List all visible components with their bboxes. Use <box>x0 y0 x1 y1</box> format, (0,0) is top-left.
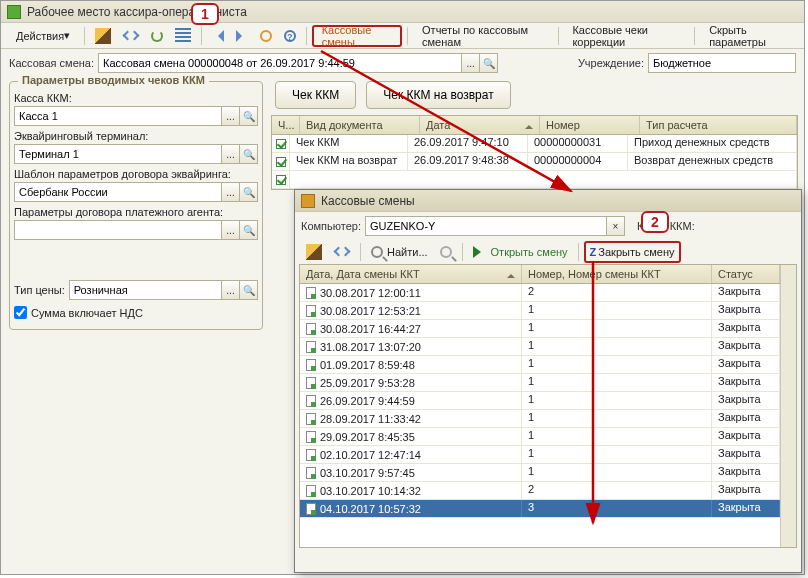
table-row[interactable]: 25.09.2017 9:53:281Закрыта <box>300 374 780 392</box>
price-input[interactable] <box>69 280 222 300</box>
round-button[interactable] <box>255 26 277 46</box>
document-icon <box>306 485 316 497</box>
computer-clear[interactable]: × <box>607 216 625 236</box>
refund-button[interactable]: Чек ККМ на возврат <box>366 81 510 109</box>
table-row[interactable]: 03.10.2017 9:57:451Закрыта <box>300 464 780 482</box>
shift-status: Закрыта <box>712 356 780 373</box>
terminal-label: Эквайринговый терминал: <box>14 130 258 142</box>
next-button[interactable] <box>231 26 253 46</box>
pencil-icon <box>95 28 111 44</box>
shift-date: 25.09.2017 9:53:28 <box>300 374 522 391</box>
kassa-input[interactable] <box>14 106 222 126</box>
document-icon <box>306 431 316 443</box>
shift-date: 03.10.2017 9:57:45 <box>300 464 522 481</box>
refresh-button[interactable] <box>146 26 168 46</box>
shift-num: 1 <box>522 320 712 337</box>
shift-num: 1 <box>522 302 712 319</box>
tab-shifts[interactable]: Кассовые смены <box>312 25 403 47</box>
popup-titlebar: Кассовые смены <box>295 190 801 212</box>
kassa-search[interactable]: 🔍 <box>240 106 258 126</box>
doc-type: Приход денежных средств <box>628 135 797 152</box>
table-row[interactable]: 03.10.2017 10:14:322Закрыта <box>300 482 780 500</box>
terminal-search[interactable]: 🔍 <box>240 144 258 164</box>
shift-date: 30.08.2017 16:44:27 <box>300 320 522 337</box>
computer-input[interactable] <box>365 216 607 236</box>
shift-num: 1 <box>522 410 712 427</box>
terminal-input[interactable] <box>14 144 222 164</box>
template-search[interactable]: 🔍 <box>240 182 258 202</box>
shift-date: 29.09.2017 8:45:35 <box>300 428 522 445</box>
shift-status: Закрыта <box>712 464 780 481</box>
tab-hide-params[interactable]: Скрыть параметры <box>700 26 798 46</box>
popup-clear-search[interactable] <box>435 242 457 262</box>
popup-find[interactable]: Найти... <box>366 242 433 262</box>
document-icon <box>306 359 316 371</box>
shift-status: Закрыта <box>712 338 780 355</box>
template-picker[interactable]: ... <box>222 182 240 202</box>
scrollbar[interactable] <box>780 265 796 547</box>
doc-date: 26.09.2017 9:47:10 <box>408 135 528 152</box>
prev-button[interactable] <box>207 26 229 46</box>
check-button[interactable]: Чек ККМ <box>275 81 356 109</box>
edit-button[interactable] <box>90 26 116 46</box>
main-toolbar: Действия ▾ ? Кассовые смены Отчеты по ка… <box>1 23 804 49</box>
table-row[interactable]: 26.09.2017 9:44:591Закрыта <box>300 392 780 410</box>
help-button[interactable]: ? <box>279 26 301 46</box>
popup-nav[interactable] <box>329 242 355 262</box>
actions-menu[interactable]: Действия ▾ <box>7 26 79 46</box>
col-kind[interactable]: Вид документа <box>300 116 420 134</box>
right-arrow-icon <box>236 30 248 42</box>
institution-input[interactable] <box>648 53 796 73</box>
table-row[interactable]: 02.10.2017 12:47:141Закрыта <box>300 446 780 464</box>
shift-num: 2 <box>522 284 712 301</box>
popup-edit[interactable] <box>301 242 327 262</box>
popup-icon <box>301 194 315 208</box>
left-arrow-icon <box>212 30 224 42</box>
doc-num: 00000000031 <box>528 135 628 152</box>
shift-search[interactable]: 🔍 <box>480 53 498 73</box>
open-shift-button[interactable]: Открыть смену <box>468 242 573 262</box>
price-search[interactable]: 🔍 <box>240 280 258 300</box>
nav-button[interactable] <box>118 26 144 46</box>
shift-status: Закрыта <box>712 428 780 445</box>
shift-picker[interactable]: ... <box>462 53 480 73</box>
vat-checkbox[interactable] <box>14 306 27 319</box>
table-row[interactable]: 30.08.2017 12:00:112Закрыта <box>300 284 780 302</box>
shift-input[interactable] <box>98 53 462 73</box>
close-shift-button[interactable]: ZЗакрыть смену <box>584 241 681 263</box>
list-button[interactable] <box>170 26 196 46</box>
tab-reports[interactable]: Отчеты по кассовым сменам <box>413 26 553 46</box>
tab-corrections[interactable]: Кассовые чеки коррекции <box>563 26 689 46</box>
table-row[interactable]: 04.10.2017 10:57:323Закрыта <box>300 500 780 518</box>
col-check[interactable]: Ч... <box>272 116 300 134</box>
col-shift-date[interactable]: Дата, Дата смены ККТ <box>300 265 522 283</box>
col-type[interactable]: Тип расчета <box>640 116 797 134</box>
price-picker[interactable]: ... <box>222 280 240 300</box>
table-row[interactable]: 30.08.2017 12:53:211Закрыта <box>300 302 780 320</box>
table-row[interactable]: 31.08.2017 13:07:201Закрыта <box>300 338 780 356</box>
table-row[interactable]: 29.09.2017 8:45:351Закрыта <box>300 428 780 446</box>
agent-search[interactable]: 🔍 <box>240 220 258 240</box>
table-row[interactable]: Чек ККМ26.09.2017 9:47:1000000000031Прих… <box>272 135 797 153</box>
doc-num: 00000000004 <box>528 153 628 170</box>
table-row[interactable]: 28.09.2017 11:33:421Закрыта <box>300 410 780 428</box>
sort-asc-icon <box>507 270 515 278</box>
kassa-picker[interactable]: ... <box>222 106 240 126</box>
document-icon <box>306 449 316 461</box>
table-row[interactable]: Чек ККМ на возврат26.09.2017 9:48:380000… <box>272 153 797 171</box>
vat-checkbox-row[interactable]: Сумма включает НДС <box>14 306 258 319</box>
agent-input[interactable] <box>14 220 222 240</box>
col-shift-num[interactable]: Номер, Номер смены ККТ <box>522 265 712 283</box>
list-icon <box>175 28 191 44</box>
col-date[interactable]: Дата <box>420 116 540 134</box>
col-num[interactable]: Номер <box>540 116 640 134</box>
shift-date: 02.10.2017 12:47:14 <box>300 446 522 463</box>
table-row[interactable]: 30.08.2017 16:44:271Закрыта <box>300 320 780 338</box>
col-shift-status[interactable]: Статус <box>712 265 780 283</box>
terminal-picker[interactable]: ... <box>222 144 240 164</box>
template-input[interactable] <box>14 182 222 202</box>
table-row[interactable]: 01.09.2017 8:59:481Закрыта <box>300 356 780 374</box>
magnifier-off-icon <box>440 246 452 258</box>
agent-picker[interactable]: ... <box>222 220 240 240</box>
template-label: Шаблон параметров договора эквайринга: <box>14 168 258 180</box>
